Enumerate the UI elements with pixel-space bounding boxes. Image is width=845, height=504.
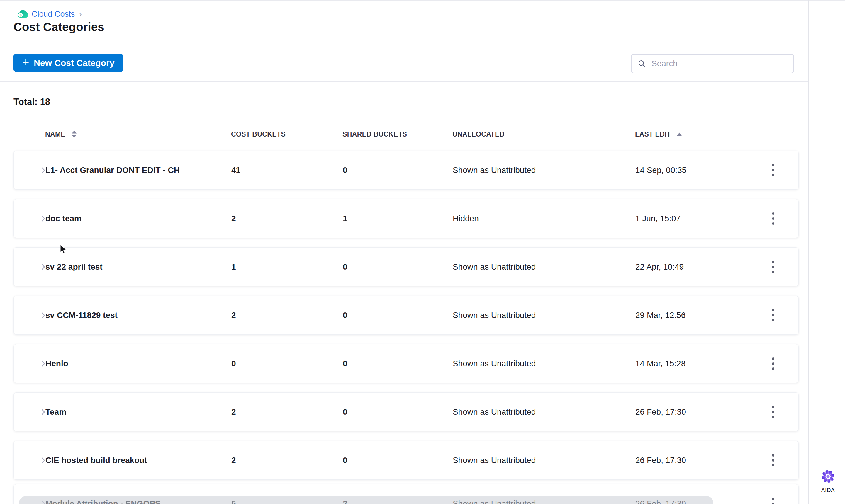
total-value: 18 xyxy=(40,97,50,107)
row-unallocated: Shown as Unattributed xyxy=(453,165,536,175)
table-row[interactable]: sv 22 april test 1 0 Shown as Unattribut… xyxy=(14,247,799,286)
row-menu-button[interactable] xyxy=(767,355,780,372)
row-cost-buckets: 2 xyxy=(231,311,236,320)
column-header-cost-buckets: COST BUCKETS xyxy=(231,130,286,138)
row-name: sv CCM-11829 test xyxy=(46,311,118,320)
breadcrumb-chevron-icon: › xyxy=(79,10,82,18)
column-last-edit-label: LAST EDIT xyxy=(635,130,671,138)
sort-icon-last-edit-ascending xyxy=(677,132,682,136)
row-name: Henlo xyxy=(46,359,68,368)
table-header: NAME COST BUCKETS SHARED BUCKETS UNALLOC… xyxy=(14,128,799,141)
row-shared-buckets: 0 xyxy=(343,407,348,417)
table-row[interactable]: doc team 2 1 Hidden 1 Jun, 15:07 xyxy=(14,199,799,238)
row-name: L1- Acct Granular DONT EDIT - CH xyxy=(46,165,180,175)
row-cost-buckets: 2 xyxy=(231,214,236,223)
table-row[interactable]: Henlo 0 0 Shown as Unattributed 14 Mar, … xyxy=(14,344,799,383)
row-cost-buckets: 2 xyxy=(231,456,236,465)
header-divider xyxy=(0,43,808,43)
breadcrumb: $ Cloud Costs › xyxy=(17,9,82,19)
column-name-label: NAME xyxy=(45,130,65,138)
row-shared-buckets: 0 xyxy=(343,311,348,320)
row-shared-buckets: 0 xyxy=(343,262,348,272)
sort-icon-name[interactable] xyxy=(72,131,76,138)
row-unallocated: Shown as Unattributed xyxy=(453,407,536,417)
table-row[interactable]: CIE hosted build breakout 2 0 Shown as U… xyxy=(14,441,799,480)
row-cost-buckets: 2 xyxy=(231,407,236,417)
row-menu-button[interactable] xyxy=(767,210,780,227)
aida-widget[interactable]: AIDA xyxy=(817,469,839,493)
table-row[interactable]: sv CCM-11829 test 2 0 Shown as Unattribu… xyxy=(14,296,799,335)
breadcrumb-cloud-costs-link[interactable]: Cloud Costs xyxy=(32,10,75,19)
aida-icon xyxy=(821,469,835,484)
svg-text:$: $ xyxy=(20,13,22,17)
row-unallocated: Hidden xyxy=(453,214,479,223)
column-header-unallocated: UNALLOCATED xyxy=(453,130,505,138)
toolbar-divider xyxy=(0,81,808,82)
row-unallocated: Shown as Unattributed xyxy=(453,456,536,465)
new-cost-category-label: New Cost Category xyxy=(34,58,115,68)
row-shared-buckets: 0 xyxy=(343,456,348,465)
column-header-shared-buckets: SHARED BUCKETS xyxy=(342,130,407,138)
row-menu-button[interactable] xyxy=(767,162,780,179)
row-name: doc team xyxy=(46,214,82,223)
row-last-edit: 14 Sep, 00:35 xyxy=(635,165,686,175)
row-menu-button[interactable] xyxy=(767,403,780,420)
row-name: Team xyxy=(46,407,66,417)
row-menu-button[interactable] xyxy=(767,307,780,324)
top-hairline xyxy=(0,0,845,1)
row-name: CIE hosted build breakout xyxy=(46,456,147,465)
search-icon xyxy=(637,59,646,68)
row-shared-buckets: 1 xyxy=(343,214,348,223)
row-last-edit: 22 Apr, 10:49 xyxy=(635,262,684,272)
new-cost-category-button[interactable]: + New Cost Category xyxy=(14,54,123,72)
row-menu-button[interactable] xyxy=(767,495,780,504)
row-cost-buckets: 1 xyxy=(231,262,236,272)
total-label: Total: xyxy=(14,97,37,107)
content-right-divider xyxy=(808,0,809,504)
row-last-edit: 14 Mar, 15:28 xyxy=(635,359,686,368)
row-last-edit: 29 Mar, 12:56 xyxy=(635,311,686,320)
row-last-edit: 26 Feb, 17:30 xyxy=(635,456,686,465)
row-shared-buckets: 0 xyxy=(343,359,348,368)
search-input[interactable] xyxy=(651,59,788,69)
row-unallocated: Shown as Unattributed xyxy=(453,262,536,272)
row-last-edit: 26 Feb, 17:30 xyxy=(635,407,686,417)
row-name: sv 22 april test xyxy=(46,262,103,272)
row-unallocated: Shown as Unattributed xyxy=(453,311,536,320)
search-box[interactable] xyxy=(631,54,794,73)
horizontal-scrollbar-thumb[interactable] xyxy=(19,496,714,504)
total-count: Total: 18 xyxy=(14,97,50,107)
column-header-last-edit[interactable]: LAST EDIT xyxy=(635,130,682,138)
row-cost-buckets: 0 xyxy=(231,359,236,368)
column-header-name[interactable]: NAME xyxy=(45,130,76,138)
table-row[interactable]: L1- Acct Granular DONT EDIT - CH 41 0 Sh… xyxy=(14,150,799,190)
row-shared-buckets: 0 xyxy=(343,165,348,175)
row-unallocated: Shown as Unattributed xyxy=(453,359,536,368)
page-title: Cost Categories xyxy=(14,20,104,34)
row-last-edit: 1 Jun, 15:07 xyxy=(635,214,681,223)
cost-categories-page: $ Cloud Costs › Cost Categories + New Co… xyxy=(0,0,845,504)
row-menu-button[interactable] xyxy=(767,452,780,469)
cloud-costs-icon: $ xyxy=(17,10,28,19)
table-row[interactable]: Team 2 0 Shown as Unattributed 26 Feb, 1… xyxy=(14,392,799,431)
row-menu-button[interactable] xyxy=(767,258,780,275)
aida-label: AIDA xyxy=(817,487,839,493)
row-cost-buckets: 41 xyxy=(231,165,241,175)
